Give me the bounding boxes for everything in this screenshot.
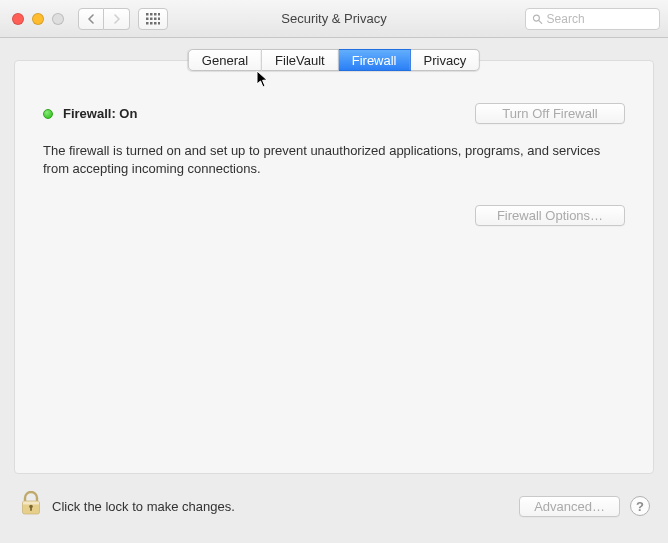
- tab-general[interactable]: General: [188, 49, 262, 71]
- svg-rect-8: [146, 22, 149, 25]
- back-button[interactable]: [78, 8, 104, 30]
- search-icon: [532, 13, 543, 25]
- svg-rect-3: [158, 13, 160, 16]
- forward-button[interactable]: [104, 8, 130, 30]
- advanced-button[interactable]: Advanced…: [519, 496, 620, 517]
- svg-rect-7: [158, 17, 160, 20]
- tab-privacy[interactable]: Privacy: [411, 49, 481, 71]
- show-all-prefs-button[interactable]: [138, 8, 168, 30]
- tab-filevault[interactable]: FileVault: [262, 49, 339, 71]
- window-titlebar: Security & Privacy: [0, 0, 668, 38]
- firewall-options-button[interactable]: Firewall Options…: [475, 205, 625, 226]
- svg-rect-4: [146, 17, 149, 20]
- chevron-right-icon: [113, 14, 121, 24]
- svg-rect-5: [150, 17, 153, 20]
- nav-buttons: [78, 8, 130, 30]
- svg-rect-0: [146, 13, 149, 16]
- svg-rect-17: [30, 507, 32, 511]
- svg-rect-6: [154, 17, 157, 20]
- help-button[interactable]: ?: [630, 496, 650, 516]
- footer: Click the lock to make changes. Advanced…: [0, 482, 668, 530]
- search-field[interactable]: [525, 8, 660, 30]
- svg-rect-15: [23, 501, 39, 504]
- firewall-status-label: Firewall: On: [63, 106, 137, 121]
- firewall-description: The firewall is turned on and set up to …: [43, 142, 625, 177]
- svg-rect-11: [158, 22, 160, 25]
- search-input[interactable]: [547, 12, 653, 26]
- lock-icon[interactable]: [20, 491, 42, 520]
- svg-rect-10: [154, 22, 157, 25]
- svg-rect-1: [150, 13, 153, 16]
- preferences-panel: General FileVault Firewall Privacy Firew…: [14, 60, 654, 474]
- window-controls: [12, 13, 64, 25]
- close-window-button[interactable]: [12, 13, 24, 25]
- status-indicator-icon: [43, 109, 53, 119]
- tab-bar: General FileVault Firewall Privacy: [188, 49, 480, 71]
- minimize-window-button[interactable]: [32, 13, 44, 25]
- svg-rect-2: [154, 13, 157, 16]
- turn-off-firewall-button[interactable]: Turn Off Firewall: [475, 103, 625, 124]
- lock-hint-label: Click the lock to make changes.: [52, 499, 235, 514]
- grid-icon: [146, 13, 160, 25]
- zoom-window-button[interactable]: [52, 13, 64, 25]
- chevron-left-icon: [87, 14, 95, 24]
- svg-line-13: [539, 20, 542, 23]
- svg-rect-9: [150, 22, 153, 25]
- tab-firewall[interactable]: Firewall: [339, 49, 411, 71]
